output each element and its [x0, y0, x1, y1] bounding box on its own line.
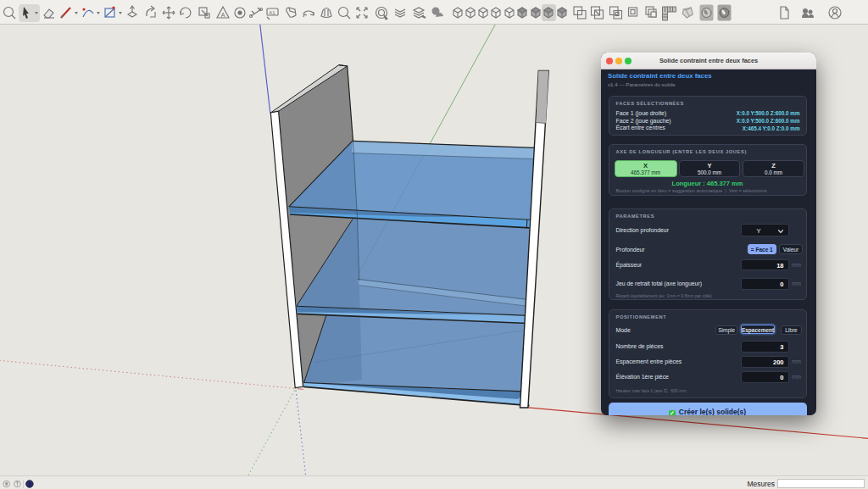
svg-text:A1: A1	[269, 10, 275, 15]
svg-text:?: ?	[28, 481, 32, 488]
svg-text:A: A	[221, 12, 225, 18]
